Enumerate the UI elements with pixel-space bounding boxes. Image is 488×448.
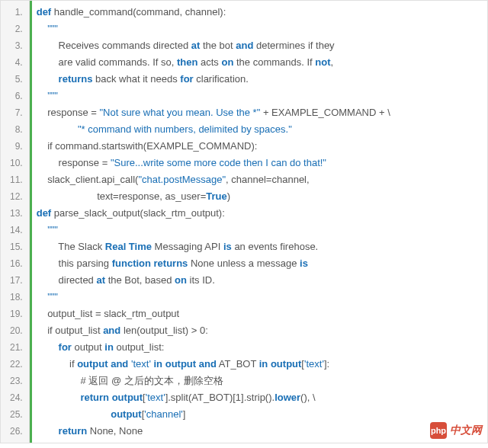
token-kw: at <box>191 40 201 51</box>
code-line: """ <box>32 88 487 104</box>
line-number: 18. <box>1 289 29 306</box>
token-plain: (), \ <box>300 392 316 403</box>
token-plain: directed <box>59 274 97 286</box>
code-line: output_list = slack_rtm_output <box>32 306 487 322</box>
token-plain: None unless a message <box>188 258 300 269</box>
line-number: 23. <box>1 373 29 389</box>
indent <box>37 190 92 202</box>
token-kw: def <box>37 6 54 18</box>
line-number: 19. <box>1 306 29 322</box>
code-body[interactable]: def handle_command(command, channel): ""… <box>30 1 487 443</box>
token-kw: returns <box>59 73 93 85</box>
token-plain: the commands. If <box>233 56 315 68</box>
indent <box>37 140 47 152</box>
line-number: 13. <box>1 205 29 222</box>
code-line: if command.startswith(EXAMPLE_COMMAND): <box>32 138 487 155</box>
line-number: 7. <box>1 104 29 121</box>
code-line: def handle_command(command, channel): <box>32 4 487 21</box>
code-line: The Slack Real Time Messaging API is an … <box>32 238 487 255</box>
line-number: 10. <box>1 155 29 171</box>
watermark: php 中文网 <box>430 422 482 439</box>
watermark-logo: php <box>430 422 447 439</box>
token-plain: an events firehose. <box>232 241 318 252</box>
indent <box>37 274 59 286</box>
indent <box>37 56 59 68</box>
token-kw: lower <box>274 392 300 403</box>
token-kw: not <box>315 56 330 68</box>
token-plain: Receives commands directed <box>59 40 191 51</box>
token-kw: for <box>180 73 193 85</box>
code-line: returns back what it needs for clarifica… <box>32 71 487 88</box>
token-plain: The Slack <box>58 241 104 252</box>
line-number: 26. <box>1 423 29 440</box>
line-number: 3. <box>1 37 29 54</box>
code-line: return output['text'].split(AT_BOT)[1].s… <box>32 389 487 406</box>
token-kw: on <box>221 56 233 68</box>
line-number: 11. <box>1 171 29 188</box>
indent <box>37 224 47 235</box>
indent <box>37 73 59 85</box>
token-str: "chat.postMessage" <box>138 174 226 185</box>
token-plain: are valid commands. If so, <box>59 56 177 68</box>
indent <box>37 157 59 168</box>
token-kw: then <box>177 56 197 68</box>
code-line: response = "Sure...write some more code … <box>32 155 487 171</box>
code-line: Receives commands directed at the bot an… <box>32 37 487 54</box>
line-number: 22. <box>1 356 29 373</box>
code-line: if output_list and len(output_list) > 0: <box>32 322 487 339</box>
code-line: this parsing function returns None unles… <box>32 255 487 272</box>
token-fn: handle_command(command, channel): <box>54 6 226 18</box>
code-line: if output and 'text' in output and AT_BO… <box>32 356 487 373</box>
token-str: "* command with numbers, delimited by sp… <box>78 123 292 135</box>
token-plain: the bot <box>200 40 236 51</box>
watermark-text: 中文网 <box>450 424 482 437</box>
token-str: "Sure...write some more code then I can … <box>111 157 326 168</box>
token-str: """ <box>47 90 58 101</box>
token-plain: if <box>69 358 77 370</box>
indent <box>37 408 103 420</box>
token-plain: the Bot, based <box>105 274 175 286</box>
token-kw: at <box>96 274 105 286</box>
indent <box>37 174 47 185</box>
token-kw: in <box>154 358 163 370</box>
code-line: output['channel'] <box>32 406 487 423</box>
code-block: 1.2.3.4.5.6.7.8.9.10.11.12.13.14.15.16.1… <box>0 0 488 443</box>
token-str: 'text' <box>146 392 165 403</box>
token-kw: is <box>223 241 232 252</box>
token-kw: on <box>175 274 187 286</box>
token-kw: output <box>77 358 108 370</box>
token-kw: for <box>59 341 72 353</box>
token-plain: if command.startswith(EXAMPLE_COMMAND): <box>47 140 257 152</box>
line-number: 6. <box>1 88 29 104</box>
token-plain: output_list = slack_rtm_output <box>47 308 179 319</box>
line-number: 15. <box>1 238 29 255</box>
indent <box>37 241 59 252</box>
token-plain: None, None <box>87 425 143 437</box>
token-plain: clarification. <box>194 73 249 85</box>
token-kw: in <box>259 358 268 370</box>
token-plain: ) <box>227 190 230 202</box>
token-plain: its ID. <box>187 274 215 286</box>
code-line: directed at the Bot, based on its ID. <box>32 272 487 289</box>
code-line: text=response, as_user=True) <box>32 188 487 205</box>
token-str: 'text' <box>131 358 151 370</box>
indent <box>37 325 47 336</box>
code-line: response = "Not sure what you mean. Use … <box>32 104 487 121</box>
token-plain: response = <box>47 107 99 118</box>
token-plain: this parsing <box>59 258 112 269</box>
token-kw: return <box>80 392 109 403</box>
token-kw: is <box>300 258 308 269</box>
token-plain: # 返回 @ 之后的文本，删除空格 <box>80 375 223 386</box>
token-kw: and <box>236 40 253 51</box>
line-number: 20. <box>1 322 29 339</box>
token-plain: Messaging API <box>152 241 223 252</box>
line-number: 21. <box>1 339 29 356</box>
token-plain: output_list: <box>114 341 165 353</box>
indent <box>37 341 59 353</box>
indent <box>37 425 59 437</box>
token-fn: parse_slack_output(slack_rtm_output): <box>54 207 225 219</box>
token-str: "Not sure what you mean. Use the *" <box>99 107 260 118</box>
token-plain: slack_client.api_call( <box>47 174 138 185</box>
code-line: """ <box>32 289 487 306</box>
code-line: """ <box>32 21 487 37</box>
